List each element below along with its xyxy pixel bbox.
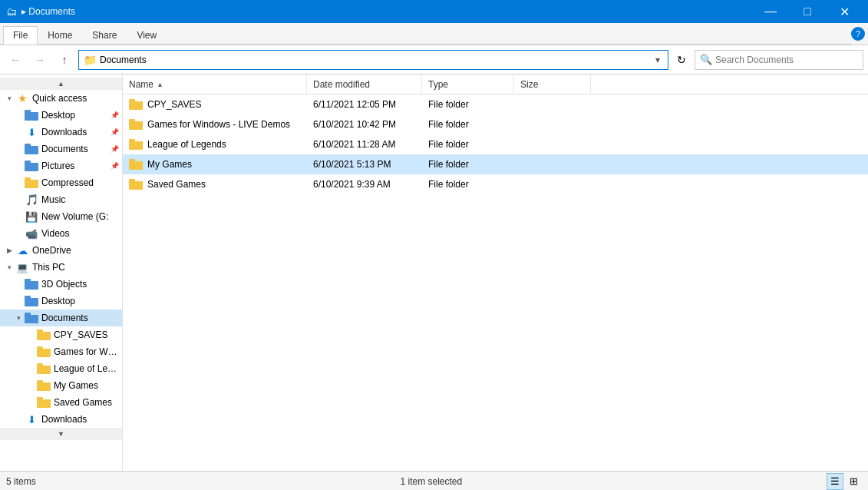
expand-icon: ▾ [12, 312, 25, 324]
sidebar-item-desktop[interactable]: Desktop 📌 [0, 107, 122, 124]
sidebar-label-desktop-pc: Desktop [41, 296, 75, 306]
view-large-icons-button[interactable]: ⊞ [845, 473, 862, 490]
sidebar-scroll-up[interactable]: ▲ [0, 78, 122, 90]
col-header-name[interactable]: Name ▲ [123, 74, 307, 94]
sidebar-item-downloads-pc[interactable]: ⬇ Downloads [0, 411, 122, 428]
sidebar-item-compressed[interactable]: Compressed [0, 174, 122, 191]
file-row-saved-games[interactable]: Saved Games 6/10/2021 9:39 AM File folde… [123, 174, 868, 194]
back-button[interactable]: ← [5, 50, 26, 70]
search-input[interactable] [715, 55, 858, 65]
file-cell-name-cpy-saves: CPY_SAVES [123, 94, 307, 114]
col-type-label: Type [428, 79, 448, 90]
file-list: CPY_SAVES 6/11/2021 12:05 PM File folder… [123, 94, 868, 471]
col-header-size[interactable]: Size [514, 74, 591, 94]
file-cell-size-games-for-win [514, 114, 591, 134]
col-size-label: Size [520, 79, 538, 90]
details-view-icon: ☰ [830, 475, 840, 487]
file-icon-league [129, 139, 143, 150]
file-row-cpy-saves[interactable]: CPY_SAVES 6/11/2021 12:05 PM File folder [123, 94, 868, 114]
close-button[interactable]: ✕ [827, 0, 862, 23]
sidebar-item-videos[interactable]: 📹 Videos [0, 225, 122, 242]
sidebar-scroll-down[interactable]: ▼ [0, 428, 122, 440]
file-row-games-for-win[interactable]: Games for Windows - LIVE Demos 6/10/2021… [123, 114, 868, 134]
expand-spacer [12, 126, 25, 138]
expand-spacer [25, 396, 37, 409]
sidebar-item-league-of-lege[interactable]: League of Lege... [0, 360, 122, 377]
sidebar-item-new-volume[interactable]: 💾 New Volume (G: [0, 208, 122, 225]
sidebar-item-games-for-win[interactable]: Games for Win... [0, 343, 122, 360]
expand-spacer [12, 413, 25, 425]
downloads-icon: ⬇ [25, 125, 38, 139]
cpy-saves-icon [37, 328, 51, 342]
file-cell-type-saved-games: File folder [422, 174, 514, 194]
sidebar-item-documents-pc[interactable]: ▾ Documents [0, 310, 122, 326]
downloads-pc-icon: ⬇ [25, 412, 38, 426]
pictures-folder-icon [25, 159, 38, 173]
search-wrap[interactable]: 🔍 [695, 50, 863, 70]
status-right: ☰ ⊞ [827, 473, 862, 490]
address-dropdown-icon[interactable]: ▾ [652, 55, 663, 65]
pin-icon: 📌 [111, 145, 119, 153]
expand-spacer [12, 227, 25, 240]
refresh-button[interactable]: ↻ [672, 50, 691, 70]
sidebar-item-onedrive[interactable]: ▶ ☁ OneDrive [0, 242, 122, 259]
sidebar-label-games-for-win: Games for Win... [54, 346, 119, 357]
tab-share[interactable]: Share [82, 26, 127, 44]
expand-spacer [25, 363, 37, 375]
my-games-icon [37, 379, 51, 392]
address-input-wrap[interactable]: 📁 ▾ [78, 50, 668, 70]
sidebar-item-this-pc[interactable]: ▾ 💻 This PC [0, 259, 122, 276]
view-details-button[interactable]: ☰ [827, 473, 843, 490]
sidebar-label-downloads-qa: Downloads [41, 127, 87, 137]
minimize-button[interactable]: — [753, 0, 788, 23]
tab-file[interactable]: File [3, 26, 38, 45]
expand-spacer [25, 346, 37, 358]
pin-icon: 📌 [111, 111, 119, 119]
sidebar-item-cpy-saves[interactable]: CPY_SAVES [0, 326, 122, 343]
file-cell-date-league: 6/10/2021 11:28 AM [307, 134, 422, 154]
main-layout: ▲ ▾ ★ Quick access Desktop 📌 ⬇ Downloads… [0, 74, 868, 471]
status-item-count: 5 items [6, 476, 36, 487]
file-cell-date-my-games: 6/10/2021 5:13 PM [307, 154, 422, 174]
pin-icon: 📌 [111, 162, 119, 170]
tab-home[interactable]: Home [38, 26, 82, 44]
col-header-date[interactable]: Date modified [307, 74, 422, 94]
sidebar-item-my-games[interactable]: My Games [0, 377, 122, 394]
sidebar-item-saved-games[interactable]: Saved Games [0, 394, 122, 411]
address-input[interactable] [100, 55, 649, 65]
expand-spacer [12, 295, 25, 307]
sidebar-item-pictures[interactable]: Pictures 📌 [0, 157, 122, 174]
sidebar-item-desktop-pc[interactable]: Desktop [0, 293, 122, 310]
sort-asc-icon: ▲ [157, 81, 163, 88]
file-cell-type-games-for-win: File folder [422, 114, 514, 134]
tab-view[interactable]: View [127, 26, 167, 44]
expand-icon: ▾ [3, 261, 15, 273]
up-button[interactable]: ↑ [54, 50, 75, 70]
sidebar-label-quick-access: Quick access [32, 93, 87, 104]
file-list-header: Name ▲ Date modified Type Size [123, 74, 868, 94]
file-cell-size-league [514, 134, 591, 154]
sidebar-item-3d-objects[interactable]: 3D Objects [0, 276, 122, 293]
file-name-saved-games: Saved Games [147, 179, 206, 190]
status-selected-count: 1 item selected [400, 476, 462, 487]
desktop-folder-icon [25, 108, 38, 122]
file-name-cpy-saves: CPY_SAVES [147, 99, 201, 110]
sidebar-label-my-games: My Games [54, 380, 98, 391]
file-name-games-for-win: Games for Windows - LIVE Demos [147, 119, 290, 130]
league-icon [37, 362, 51, 376]
sidebar-item-quick-access[interactable]: ▾ ★ Quick access [0, 90, 122, 107]
maximize-button[interactable]: □ [790, 0, 825, 23]
sidebar-item-documents-qa[interactable]: Documents 📌 [0, 141, 122, 157]
file-row-league[interactable]: League of Legends 6/10/2021 11:28 AM Fil… [123, 134, 868, 154]
documents-pc-icon [25, 311, 38, 325]
sidebar-item-music[interactable]: 🎵 Music [0, 191, 122, 208]
sidebar-label-this-pc: This PC [32, 262, 65, 273]
expand-spacer [12, 143, 25, 155]
help-button[interactable]: ? [851, 27, 865, 41]
col-header-type[interactable]: Type [422, 74, 514, 94]
forward-button[interactable]: → [29, 50, 51, 70]
expand-spacer [25, 329, 37, 341]
file-cell-date-cpy-saves: 6/11/2021 12:05 PM [307, 94, 422, 114]
file-row-my-games[interactable]: My Games 6/10/2021 5:13 PM File folder [123, 154, 868, 174]
sidebar-item-downloads-qa[interactable]: ⬇ Downloads 📌 [0, 124, 122, 141]
